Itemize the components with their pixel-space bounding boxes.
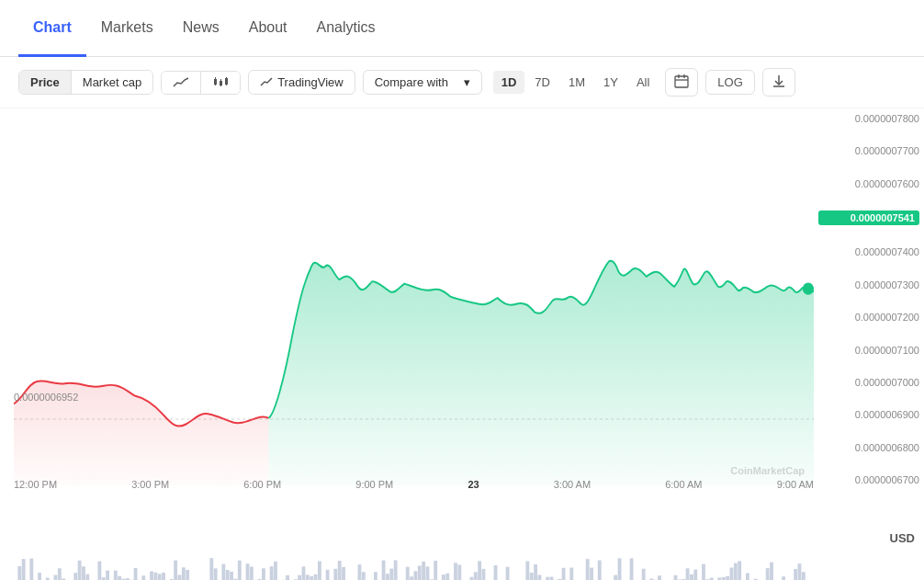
y-label-5: 0.0000007400 [818, 246, 919, 257]
nav-tabs: Chart Markets News About Analytics [0, 0, 924, 57]
download-icon [772, 74, 786, 88]
compare-button[interactable]: Compare with ▾ [363, 70, 482, 95]
tradingview-icon [260, 76, 273, 89]
tab-markets[interactable]: Markets [86, 0, 168, 57]
chart-svg-wrapper [14, 108, 814, 485]
price-button[interactable]: Price [19, 71, 72, 94]
log-button[interactable]: LOG [705, 70, 754, 95]
volume-bars: bars generated programmatically below [14, 495, 814, 545]
currency-label: USD [890, 531, 915, 545]
y-label-12: 0.0000006700 [818, 474, 919, 485]
time-period-group: 1D 7D 1M 1Y All [493, 71, 659, 94]
y-label-9: 0.0000007000 [818, 377, 919, 388]
line-chart-button[interactable] [162, 72, 201, 94]
tab-chart[interactable]: Chart [18, 0, 86, 57]
chart-area: 0.0000006952 0.0000007800 0.0000007700 0… [0, 108, 924, 550]
y-label-6: 0.0000007300 [818, 279, 919, 290]
time-1m-button[interactable]: 1M [560, 71, 593, 94]
download-button[interactable] [762, 68, 795, 97]
time-1y-button[interactable]: 1Y [595, 71, 626, 94]
calendar-icon [674, 74, 689, 88]
y-label-1: 0.0000007800 [818, 113, 919, 124]
current-price-dot [803, 282, 814, 294]
candle-chart-button[interactable] [201, 72, 240, 94]
x-label-5: 3:00 AM [554, 479, 591, 490]
x-label-3: 9:00 PM [355, 479, 393, 490]
y-label-8: 0.0000007100 [818, 345, 919, 356]
y-label-7: 0.0000007200 [818, 312, 919, 323]
page-container: Chart Markets News About Analytics Price… [0, 0, 924, 580]
x-label-2: 6:00 PM [243, 479, 281, 490]
chart-type-group [161, 71, 241, 95]
start-price-label: 0.0000006952 [14, 392, 78, 403]
marketcap-button[interactable]: Market cap [72, 71, 152, 94]
y-axis: 0.0000007800 0.0000007700 0.0000007600 0… [818, 113, 919, 485]
chevron-down-icon: ▾ [464, 75, 470, 89]
x-label-4: 23 [468, 479, 479, 490]
line-chart-icon [173, 76, 189, 89]
svg-rect-6 [675, 76, 688, 87]
current-price-label: 0.0000007541 [818, 210, 919, 225]
x-label-6: 6:00 AM [665, 479, 702, 490]
price-chart-svg [14, 108, 814, 485]
price-marketcap-group: Price Market cap [18, 70, 153, 95]
candle-chart-icon [212, 76, 229, 89]
x-label-0: 12:00 PM [14, 479, 57, 490]
chart-toolbar: Price Market cap [0, 57, 924, 108]
time-all-button[interactable]: All [628, 71, 658, 94]
y-label-2: 0.0000007700 [818, 145, 919, 156]
tab-news[interactable]: News [168, 0, 234, 57]
calendar-button[interactable] [665, 68, 698, 97]
time-1d-button[interactable]: 1D [493, 71, 525, 94]
tradingview-button[interactable]: TradingView [248, 70, 355, 95]
x-label-7: 9:00 AM [777, 479, 814, 490]
watermark: CoinMarketCap [730, 465, 805, 476]
tab-analytics[interactable]: Analytics [302, 0, 390, 57]
y-label-3: 0.0000007600 [818, 178, 919, 189]
x-axis: 12:00 PM 3:00 PM 6:00 PM 9:00 PM 23 3:00… [14, 473, 814, 490]
x-label-1: 3:00 PM [131, 479, 169, 490]
y-label-10: 0.0000006900 [818, 409, 919, 420]
tab-about[interactable]: About [234, 0, 302, 57]
y-label-11: 0.0000006800 [818, 442, 919, 453]
time-7d-button[interactable]: 7D [526, 71, 558, 94]
